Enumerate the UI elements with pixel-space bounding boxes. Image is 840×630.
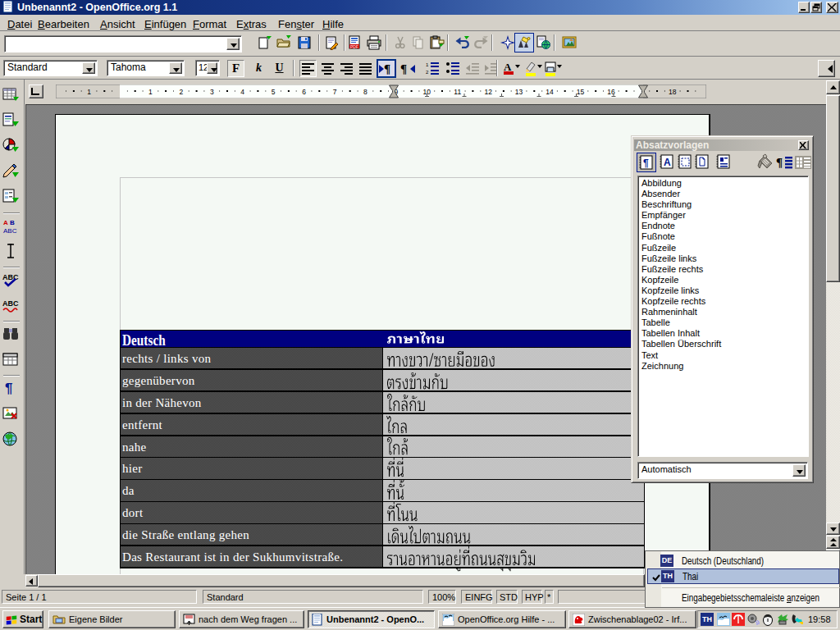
svg-text:A: A [504, 61, 512, 73]
svg-text:5: 5 [272, 88, 276, 96]
svg-text:1: 1 [148, 88, 153, 96]
svg-text:8: 8 [363, 88, 368, 96]
svg-text:¶: ¶ [384, 62, 390, 75]
svg-text:2: 2 [180, 88, 184, 96]
svg-text:¶: ¶ [400, 62, 407, 75]
svg-text:ABC: ABC [2, 299, 19, 308]
svg-text:6: 6 [302, 88, 306, 96]
svg-text:15: 15 [577, 88, 585, 96]
svg-text:1: 1 [426, 62, 429, 67]
svg-text:ABC: ABC [3, 227, 17, 235]
svg-text:12: 12 [484, 88, 492, 96]
svg-text:¶: ¶ [5, 381, 12, 396]
svg-text:13: 13 [515, 88, 523, 96]
svg-text:ABC: ABC [2, 273, 19, 281]
svg-text:¶: ¶ [776, 156, 783, 169]
svg-text:1: 1 [87, 88, 91, 96]
svg-text:7: 7 [333, 88, 337, 96]
svg-text:3: 3 [210, 88, 214, 96]
svg-text:2: 2 [426, 70, 429, 75]
svg-text:4: 4 [240, 88, 244, 96]
svg-text:11: 11 [454, 88, 461, 96]
svg-text:14: 14 [546, 88, 554, 96]
svg-text:PDF: PDF [350, 44, 358, 49]
svg-text:B: B [10, 219, 15, 226]
svg-text:A: A [3, 219, 8, 226]
svg-text:A: A [664, 157, 671, 168]
svg-text:¶: ¶ [643, 158, 649, 169]
svg-text:18: 18 [669, 88, 677, 96]
